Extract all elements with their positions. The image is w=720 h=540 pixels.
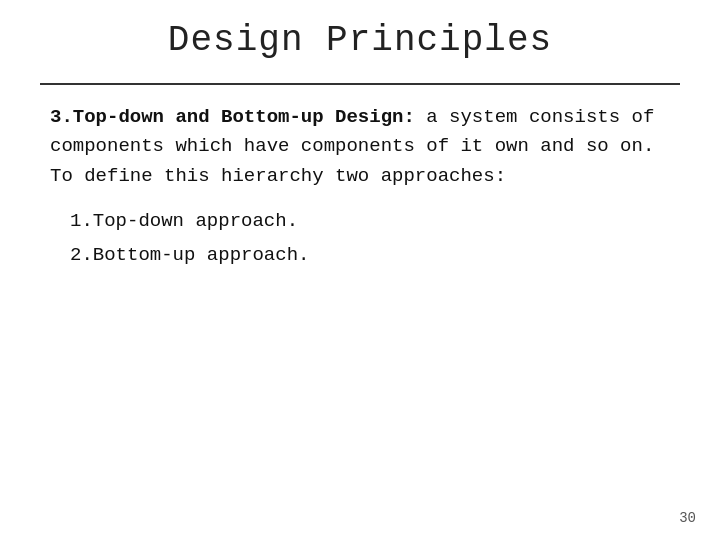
sub-point-2: 2.Bottom-up approach. [70, 241, 680, 270]
slide-title: Design Principles [168, 20, 552, 61]
slide-container: Design Principles 3.Top-down and Bottom-… [0, 0, 720, 540]
title-divider [40, 83, 680, 85]
sub-points-list: 1.Top-down approach. 2.Bottom-up approac… [50, 207, 680, 270]
main-point-bold: 3.Top-down and Bottom-up Design: [50, 106, 415, 128]
sub-point-1: 1.Top-down approach. [70, 207, 680, 236]
title-section: Design Principles [40, 20, 680, 73]
main-point: 3.Top-down and Bottom-up Design: a syste… [50, 103, 680, 191]
content-section: 3.Top-down and Bottom-up Design: a syste… [40, 103, 680, 270]
page-number: 30 [679, 510, 696, 526]
